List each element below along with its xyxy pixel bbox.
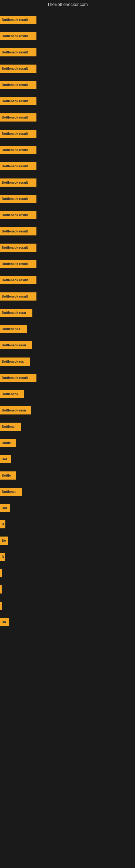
bottleneck-bar: Bottleneck result bbox=[0, 211, 37, 219]
bar-label: Bottleneck result bbox=[2, 132, 28, 135]
bottleneck-bar: B bbox=[0, 520, 5, 528]
bar-label: Bottleneck result bbox=[2, 18, 28, 22]
bottleneck-bar: Bottleneck result bbox=[0, 292, 37, 301]
bar-label: Bo bbox=[2, 620, 6, 624]
bottleneck-bar: Bottleneck result bbox=[0, 16, 37, 24]
bottleneck-bar: Bottleneck result bbox=[0, 162, 37, 170]
bar-row: Bottleneck result bbox=[0, 93, 135, 109]
bars-container: Bottleneck resultBottleneck resultBottle… bbox=[0, 9, 135, 633]
bar-row: Bottleneck result bbox=[0, 240, 135, 255]
bottleneck-bar: Bottleneck result bbox=[0, 97, 37, 105]
bar-row: Bottle bbox=[0, 468, 135, 484]
bar-label: Bottleneck resu bbox=[2, 343, 26, 347]
bottleneck-bar: Bottlenec bbox=[0, 488, 22, 496]
bar-row: Bottleneck result bbox=[0, 207, 135, 223]
bottleneck-bar: Bot bbox=[0, 455, 11, 463]
bar-row: Bottleneck result bbox=[0, 142, 135, 158]
bottleneck-bar: Bottlene bbox=[0, 423, 21, 431]
bar-label: Bottleneck result bbox=[2, 229, 28, 233]
bottleneck-bar: Bottleneck resu bbox=[0, 406, 31, 414]
bar-row: Bottlene bbox=[0, 419, 135, 435]
bottleneck-bar: Bottleneck result bbox=[0, 146, 37, 154]
bar-label: Bottleneck result bbox=[2, 164, 28, 168]
bar-label: Bottleneck result bbox=[2, 246, 28, 250]
bar-row: Bottleneck result bbox=[0, 28, 135, 44]
bar-label: Bottleneck result bbox=[2, 67, 28, 70]
bar-row: Bottleneck resu bbox=[0, 403, 135, 418]
bar-label: Bottleneck result bbox=[2, 294, 28, 299]
bottleneck-bar: I bbox=[0, 569, 2, 577]
bar-label: Bottle bbox=[2, 474, 11, 477]
bar-row: Bottleneck result bbox=[0, 44, 135, 60]
bar-row: Bottleneck result bbox=[0, 126, 135, 142]
bar-label: Bottleneck result bbox=[2, 51, 28, 54]
bar-row: Bottleneck resu bbox=[0, 337, 135, 353]
bar-row: Bottleneck result bbox=[0, 272, 135, 288]
bar-row: B bbox=[0, 549, 135, 565]
bar-row bbox=[0, 598, 135, 614]
bottleneck-bar: Bottleneck r bbox=[0, 325, 27, 333]
bar-label: Bo bbox=[2, 539, 6, 542]
bar-row: Bot bbox=[0, 500, 135, 516]
bar-row: Bottleneck result bbox=[0, 175, 135, 190]
bottleneck-bar: Bottleneck result bbox=[0, 65, 37, 73]
bar-row: Bottleneck result bbox=[0, 223, 135, 239]
bar-label: Bottleneck resu bbox=[2, 408, 26, 412]
bar-row: Bottleneck result bbox=[0, 61, 135, 76]
bar-label: B bbox=[2, 555, 4, 559]
bar-row: Bo bbox=[0, 614, 135, 630]
bottleneck-bar: Bo bbox=[0, 536, 8, 545]
bar-row: Bot bbox=[0, 452, 135, 467]
bar-label: Bottleneck res bbox=[2, 360, 24, 364]
bottleneck-bar: Bo bbox=[0, 618, 9, 626]
bar-row: Bottlenec bbox=[0, 484, 135, 500]
bar-label: Bot bbox=[2, 506, 7, 510]
bar-row: Bottleneck result bbox=[0, 77, 135, 93]
bottleneck-bar: Bottleneck result bbox=[0, 113, 37, 122]
bar-label: Bottleneck result bbox=[2, 376, 28, 380]
bar-row: Bottleneck result bbox=[0, 191, 135, 207]
bottleneck-bar: Bottle bbox=[0, 439, 16, 447]
bottleneck-bar: Bottleneck result bbox=[0, 130, 37, 138]
bar-row: B bbox=[0, 517, 135, 532]
bottleneck-bar bbox=[0, 585, 2, 593]
bottleneck-bar: Bottleneck result bbox=[0, 227, 37, 236]
bar-row: Bottleneck result bbox=[0, 370, 135, 386]
bar-label: Bottleneck result bbox=[2, 83, 28, 87]
bar-row: Bottleneck result bbox=[0, 12, 135, 28]
bottleneck-bar: Bottleneck result bbox=[0, 195, 37, 203]
bottleneck-bar: Bottleneck result bbox=[0, 179, 37, 187]
site-title: TheBottlenecker.com bbox=[0, 0, 135, 9]
bottleneck-bar: Bottleneck result bbox=[0, 81, 37, 89]
bar-row: Bottleneck bbox=[0, 386, 135, 402]
bar-label: Bottlene bbox=[2, 425, 14, 429]
bottleneck-bar: Bottleneck result bbox=[0, 374, 37, 382]
bar-row bbox=[0, 582, 135, 597]
bar-label: Bottleneck result bbox=[2, 99, 28, 103]
bar-label: Bottleneck r bbox=[2, 327, 20, 331]
bar-row: Bottleneck r bbox=[0, 321, 135, 337]
bar-label: I bbox=[2, 571, 2, 575]
bottleneck-bar: Bottleneck result bbox=[0, 276, 37, 284]
bar-label: Bottleneck result bbox=[2, 181, 28, 184]
bar-row: Bottleneck result bbox=[0, 110, 135, 125]
bar-row: Bottleneck result bbox=[0, 256, 135, 272]
bottleneck-bar: B bbox=[0, 553, 5, 561]
bar-label: Bottleneck result bbox=[2, 278, 28, 282]
bar-label: Bottle bbox=[2, 441, 11, 445]
bottleneck-bar: Bottleneck result bbox=[0, 48, 37, 56]
bar-label: B bbox=[2, 522, 4, 526]
bottleneck-bar bbox=[0, 601, 2, 610]
bottleneck-bar: Bottleneck res bbox=[0, 358, 30, 366]
bottleneck-bar: Bot bbox=[0, 504, 10, 512]
bar-row: Bottleneck res bbox=[0, 354, 135, 369]
bar-row: I bbox=[0, 565, 135, 581]
bar-label: Bottlenec bbox=[2, 490, 16, 494]
bottleneck-bar: Bottleneck result bbox=[0, 32, 37, 40]
bottleneck-bar: Bottleneck result bbox=[0, 260, 37, 268]
bottleneck-bar: Bottle bbox=[0, 471, 16, 479]
bar-label: Bottleneck resu bbox=[2, 311, 26, 315]
bottleneck-bar: Bottleneck result bbox=[0, 244, 37, 252]
bar-row: Bottleneck result bbox=[0, 158, 135, 174]
bar-label: Bottleneck bbox=[2, 392, 18, 396]
